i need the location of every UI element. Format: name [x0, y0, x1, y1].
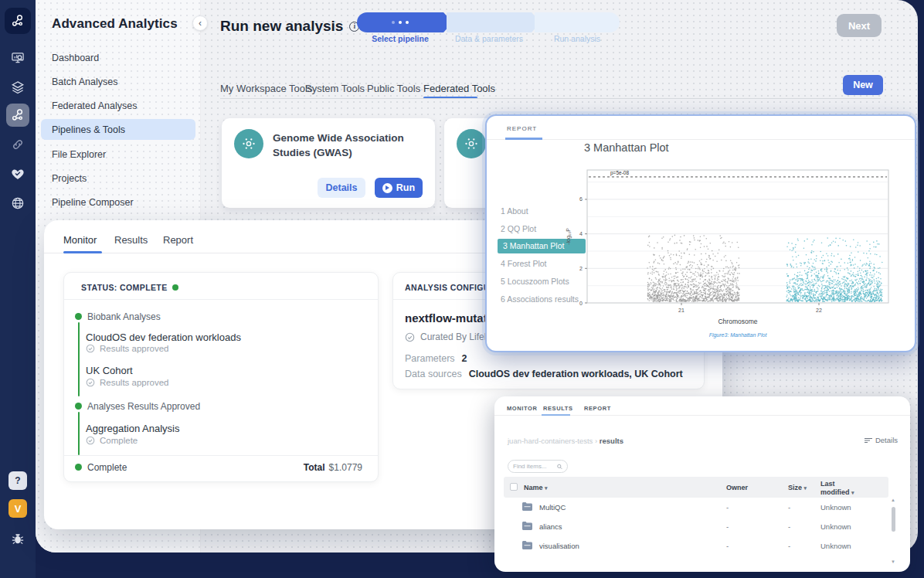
- tab-report[interactable]: Report: [163, 234, 193, 246]
- stepper-dots-icon: [357, 12, 443, 32]
- file-size: -: [788, 503, 790, 512]
- status-card: STATUS: COMPLETE Biobank Analyses CloudO…: [63, 272, 379, 482]
- breadcrumb-current: results: [600, 437, 623, 445]
- svg-text:22: 22: [816, 308, 822, 313]
- tab-my-workspace-tools[interactable]: My Workspace Tools: [220, 83, 312, 94]
- divider: [64, 455, 378, 456]
- sidebar-item-batch-analyses[interactable]: Batch Analyses: [52, 76, 117, 87]
- tab-federated-tools[interactable]: Federated Tools: [423, 83, 495, 94]
- tab-public-tools[interactable]: Public Tools: [367, 83, 420, 94]
- check-circle-icon: [86, 378, 95, 387]
- stepper-label-data-parameters: Data & parameters: [447, 34, 532, 43]
- check-circle-icon: [86, 436, 95, 445]
- stepper-step-data-parameters[interactable]: [447, 12, 532, 32]
- collapse-sidebar-button[interactable]: ‹: [192, 15, 208, 31]
- svg-text:21: 21: [678, 308, 685, 313]
- search-input[interactable]: [513, 463, 555, 470]
- column-last-modified[interactable]: Last modified ▾: [820, 480, 861, 497]
- link-icon[interactable]: [6, 133, 29, 156]
- file-modified: Unknown: [820, 542, 851, 550]
- federated-pipelines-icon[interactable]: [6, 104, 29, 127]
- gwas-tool-icon: [234, 129, 263, 158]
- svg-text:6: 6: [579, 196, 583, 202]
- sidebar-item-pipeline-composer[interactable]: Pipeline Composer: [52, 197, 134, 208]
- svg-text:Chromosome: Chromosome: [718, 318, 757, 325]
- svg-text:4: 4: [579, 231, 583, 236]
- file-modified: Unknown: [820, 522, 851, 531]
- gwas-tool-icon: [457, 129, 486, 158]
- scrollbar-thumb[interactable]: [892, 507, 895, 532]
- curated-by: Curated By Lifebit: [405, 332, 494, 342]
- app-logo-icon[interactable]: [5, 8, 31, 34]
- details-toggle[interactable]: Details: [865, 436, 898, 444]
- total-value: $1.0779: [329, 462, 362, 473]
- tab-results[interactable]: RESULTS: [543, 405, 573, 412]
- scroll-up-icon[interactable]: ▲: [890, 498, 896, 502]
- timeline-step-biobank: Biobank Analyses: [87, 311, 161, 322]
- stepper-step-run-analysis[interactable]: [535, 12, 620, 32]
- active-tab-underline: [505, 138, 542, 140]
- sidebar-item-federated-analyses[interactable]: Federated Analyses: [52, 100, 138, 111]
- file-name: MultiQC: [539, 503, 566, 512]
- stepper-step-select-pipeline[interactable]: [357, 12, 443, 32]
- stepper-label-run-analysis: Run analysis: [535, 34, 620, 43]
- analysis-item-title: Aggregation Analysis: [86, 423, 179, 434]
- folder-icon: [522, 522, 532, 530]
- table-header: Name ▾ Owner Size ▾ Last modified ▾: [504, 477, 888, 498]
- file-owner: -: [726, 503, 729, 512]
- breadcrumb-parent[interactable]: juan-hard-containers-tests: [508, 437, 593, 445]
- page-title: Run new analysis: [220, 18, 343, 35]
- globe-icon[interactable]: [6, 192, 29, 215]
- breadcrumb: juan-hard-containers-tests › results: [508, 437, 623, 445]
- report-nav-qq-plot[interactable]: 2 QQ Plot: [501, 224, 536, 233]
- file-owner: -: [726, 522, 729, 531]
- column-size[interactable]: Size ▾: [788, 484, 807, 491]
- run-button[interactable]: Run: [375, 178, 423, 198]
- next-button[interactable]: Next: [837, 14, 882, 37]
- new-tool-button[interactable]: New: [843, 75, 883, 95]
- sidebar-item-file-explorer[interactable]: File Explorer: [52, 149, 106, 160]
- column-name[interactable]: Name ▾: [524, 484, 548, 491]
- tab-system-tools[interactable]: System Tools: [305, 83, 365, 94]
- bug-report-icon[interactable]: [6, 527, 29, 550]
- report-overlay-panel: REPORT 3 Manhattan Plot 1 About 2 QQ Plo…: [485, 114, 916, 352]
- timeline-connector: [78, 412, 80, 455]
- sidebar-item-projects[interactable]: Projects: [52, 173, 87, 184]
- tab-monitor[interactable]: MONITOR: [507, 405, 537, 412]
- stepper-label-select-pipeline: Select pipeline: [357, 34, 443, 43]
- table-row[interactable]: aliancs - - Unknown: [504, 517, 888, 536]
- health-heart-icon[interactable]: [6, 162, 29, 185]
- select-all-checkbox[interactable]: [510, 483, 518, 491]
- timeline-connector: [78, 322, 80, 396]
- file-modified: Unknown: [820, 503, 851, 512]
- sidebar-item-pipelines-tools[interactable]: Pipelines & Tools: [52, 124, 125, 135]
- details-button[interactable]: Details: [318, 178, 365, 198]
- table-scrollbar[interactable]: ▲ ▼: [890, 498, 896, 564]
- find-items-search[interactable]: [508, 460, 568, 473]
- version-badge[interactable]: V: [8, 499, 27, 518]
- column-owner[interactable]: Owner: [726, 484, 748, 491]
- table-row[interactable]: visualisation - - Unknown: [504, 536, 888, 556]
- report-tab[interactable]: REPORT: [507, 125, 537, 132]
- timeline-dot: [75, 313, 82, 320]
- report-nav-forest-plot[interactable]: 4 Forest Plot: [501, 259, 547, 268]
- table-row[interactable]: MultiQC - - Unknown: [504, 498, 888, 517]
- sort-icon: ▾: [851, 490, 854, 495]
- file-owner: -: [726, 542, 729, 550]
- analytics-monitor-icon[interactable]: [6, 46, 29, 70]
- folder-icon: [522, 502, 532, 511]
- tab-monitor[interactable]: Monitor: [63, 234, 97, 246]
- timeline-step-results-approved: Analyses Results Approved: [87, 401, 200, 412]
- active-tab-underline: [542, 414, 570, 416]
- layers-icon[interactable]: [6, 76, 29, 99]
- folder-icon: [522, 541, 532, 549]
- tab-results[interactable]: Results: [114, 234, 148, 246]
- timeline-step-complete: Complete: [87, 462, 127, 473]
- tab-report[interactable]: REPORT: [584, 405, 611, 412]
- help-button[interactable]: ?: [8, 471, 27, 490]
- check-circle-icon: [86, 344, 95, 353]
- report-nav-about[interactable]: 1 About: [501, 206, 528, 216]
- parameters-row: Parameters2: [405, 353, 467, 364]
- scroll-down-icon[interactable]: ▼: [890, 559, 896, 564]
- sidebar-item-dashboard[interactable]: Dashboard: [52, 53, 99, 63]
